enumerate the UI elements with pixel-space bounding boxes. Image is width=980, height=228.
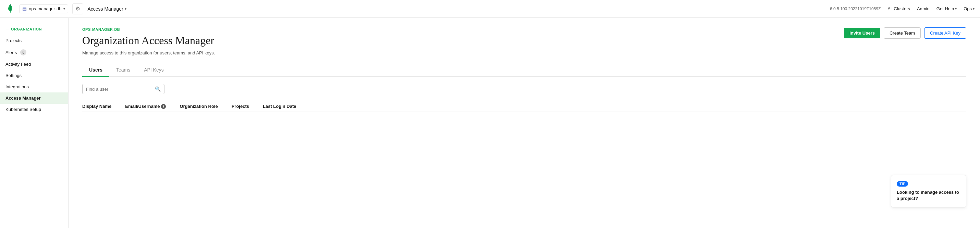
sidebar-item-alerts-label: Alerts <box>5 50 17 55</box>
sidebar-item-integrations-label: Integrations <box>5 84 29 89</box>
sidebar-item-kubernetes-setup-label: Kubernetes Setup <box>5 107 41 112</box>
col-display-name: Display Name <box>82 104 111 109</box>
db-selector-label: ops-manager-db <box>29 6 61 11</box>
org-label: OPS-MANAGER-DB <box>82 27 966 32</box>
main-layout: ≡ ORGANIZATION Projects Alerts 0 Activit… <box>0 18 980 228</box>
tab-users[interactable]: Users <box>82 64 109 77</box>
top-nav: ▤ ops-manager-db ▾ ⚙ Access Manager ▾ 6.… <box>0 0 980 18</box>
ops-menu[interactable]: Ops ▾ <box>964 6 975 11</box>
sidebar-item-projects[interactable]: Projects <box>0 35 68 46</box>
sidebar-item-settings[interactable]: Settings <box>0 70 68 81</box>
db-selector-chevron: ▾ <box>64 7 65 11</box>
access-manager-nav[interactable]: Access Manager ▾ <box>88 6 126 12</box>
access-manager-chevron-icon: ▾ <box>125 7 126 11</box>
gear-icon: ⚙ <box>75 5 80 12</box>
col-projects-label: Projects <box>232 104 249 109</box>
col-email-username-label: Email/Username <box>125 104 160 109</box>
col-last-login: Last Login Date <box>263 104 296 109</box>
search-icon: 🔍 <box>155 86 161 92</box>
tab-api-keys[interactable]: API Keys <box>137 64 171 77</box>
sidebar-item-access-manager-label: Access Manager <box>5 95 41 101</box>
settings-gear-button[interactable]: ⚙ <box>72 3 83 14</box>
nav-right: 6.0.5.100.20221019T1059Z All Clusters Ad… <box>830 6 975 11</box>
invite-users-button[interactable]: Invite Users <box>844 28 880 38</box>
get-help-label: Get Help <box>937 6 954 11</box>
sidebar-item-kubernetes-setup[interactable]: Kubernetes Setup <box>0 104 68 115</box>
page-title: Organization Access Manager <box>82 34 966 47</box>
sidebar-item-activity-feed-label: Activity Feed <box>5 62 31 67</box>
sidebar-item-alerts[interactable]: Alerts 0 <box>0 46 68 59</box>
org-section-label: ORGANIZATION <box>11 27 42 31</box>
sidebar-item-access-manager[interactable]: Access Manager <box>0 92 68 104</box>
tip-box: TIP Looking to manage access to a projec… <box>891 175 966 207</box>
tip-badge: TIP <box>897 181 908 187</box>
sidebar: ≡ ORGANIZATION Projects Alerts 0 Activit… <box>0 18 68 228</box>
sidebar-item-settings-label: Settings <box>5 73 22 78</box>
all-clusters-link[interactable]: All Clusters <box>888 6 910 11</box>
sidebar-item-integrations[interactable]: Integrations <box>0 81 68 92</box>
search-input[interactable] <box>86 87 155 92</box>
page-subtitle: Manage access to this organization for u… <box>82 50 966 55</box>
tab-api-keys-label: API Keys <box>144 67 164 73</box>
col-email-username: Email/Username i <box>125 104 166 109</box>
access-manager-nav-label: Access Manager <box>88 6 123 12</box>
col-projects: Projects <box>232 104 249 109</box>
admin-link[interactable]: Admin <box>917 6 930 11</box>
col-last-login-label: Last Login Date <box>263 104 296 109</box>
main-content: Invite Users Create Team Create API Key … <box>68 18 980 228</box>
db-selector[interactable]: ▤ ops-manager-db ▾ <box>19 5 68 13</box>
tabs: Users Teams API Keys <box>82 64 966 77</box>
db-icon: ▤ <box>22 6 27 12</box>
tip-text: Looking to manage access to a project? <box>897 189 961 202</box>
sidebar-org-header: ≡ ORGANIZATION <box>0 23 68 35</box>
ops-label: Ops <box>964 6 972 11</box>
search-container[interactable]: 🔍 <box>82 84 164 94</box>
action-buttons: Invite Users Create Team Create API Key <box>844 27 966 39</box>
create-team-button[interactable]: Create Team <box>884 27 921 39</box>
ops-chevron-icon: ▾ <box>973 7 975 11</box>
org-section-icon: ≡ <box>5 26 9 32</box>
col-org-role: Organization Role <box>180 104 218 109</box>
sidebar-item-projects-label: Projects <box>5 38 22 43</box>
col-org-role-label: Organization Role <box>180 104 218 109</box>
get-help-menu[interactable]: Get Help ▾ <box>937 6 957 11</box>
mongodb-logo <box>5 3 15 14</box>
col-display-name-label: Display Name <box>82 104 111 109</box>
tab-teams[interactable]: Teams <box>109 64 137 77</box>
tab-teams-label: Teams <box>116 67 130 73</box>
tab-users-label: Users <box>89 67 102 73</box>
sidebar-item-activity-feed[interactable]: Activity Feed <box>0 59 68 70</box>
get-help-chevron-icon: ▾ <box>955 7 957 11</box>
table-header: Display Name Email/Username i Organizati… <box>82 101 966 112</box>
version-label: 6.0.5.100.20221019T1059Z <box>830 6 881 11</box>
create-api-key-button[interactable]: Create API Key <box>924 27 966 39</box>
alerts-badge: 0 <box>20 49 26 55</box>
email-username-info-icon[interactable]: i <box>161 104 166 109</box>
